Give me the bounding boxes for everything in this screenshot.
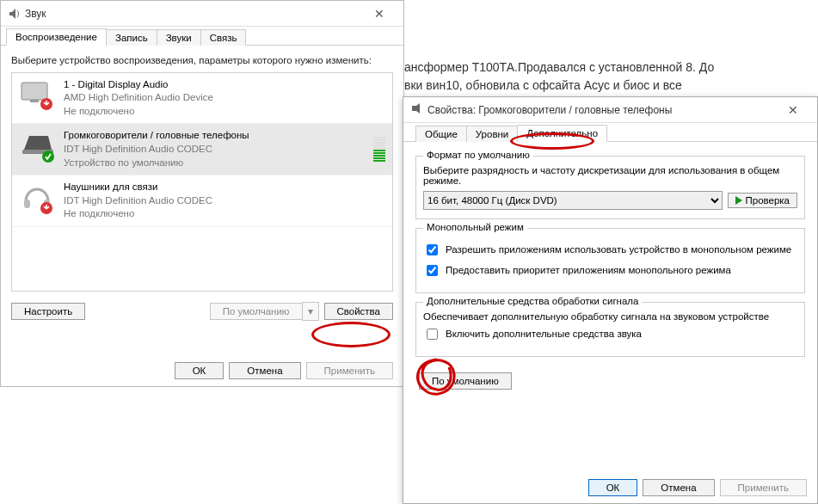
tab-recording[interactable]: Запись — [106, 29, 157, 46]
ok-button[interactable]: ОК — [175, 362, 224, 379]
enable-enhance-row[interactable]: Включить дополнительные средства звука — [423, 327, 797, 342]
tab-sounds[interactable]: Звуки — [157, 29, 201, 46]
device-sub: IDT High Definition Audio CODEC — [64, 143, 365, 157]
device-item-display-audio[interactable]: 1 - Digital Display Audio AMD High Defin… — [12, 73, 392, 125]
device-sub: IDT High Definition Audio CODEC — [64, 194, 385, 208]
background-text: ансформер Т100ТА.Продавался с установлен… — [404, 58, 809, 95]
cancel-button[interactable]: Отмена — [229, 362, 300, 379]
restore-defaults-button[interactable]: По умолчанию — [419, 372, 512, 390]
svg-rect-1 — [30, 100, 39, 102]
svg-rect-8 — [412, 106, 416, 111]
tab-comm[interactable]: Связь — [200, 29, 247, 46]
cancel-button[interactable]: Отмена — [643, 479, 714, 496]
group-legend: Формат по умолчанию — [423, 150, 533, 160]
exclusive-allow-row[interactable]: Разрешить приложениям использовать устро… — [423, 243, 797, 258]
close-icon[interactable]: ✕ — [776, 103, 810, 117]
speaker-icon — [410, 101, 424, 119]
chevron-down-icon[interactable]: ▾ — [302, 302, 319, 321]
default-format-group: Формат по умолчанию Выберите разрядность… — [415, 156, 805, 219]
device-list[interactable]: 1 - Digital Display Audio AMD High Defin… — [11, 72, 393, 292]
test-label: Проверка — [745, 195, 790, 206]
sound-title: Звук — [22, 8, 362, 20]
tab-advanced[interactable]: Дополнительно — [517, 125, 607, 142]
checkbox-label: Предоставить приоритет приложениям моноп… — [446, 263, 731, 277]
tab-levels[interactable]: Уровни — [466, 126, 518, 142]
device-title: Громкоговорители / головные телефоны — [64, 129, 365, 143]
props-title: Свойства: Громкоговорители / головные те… — [424, 104, 776, 116]
level-meter — [373, 137, 385, 162]
monitor-icon — [19, 78, 55, 114]
format-desc: Выберите разрядность и частоту дискретиз… — [423, 165, 797, 186]
group-legend: Дополнительные средства обработки сигнал… — [423, 296, 642, 306]
sound-titlebar: Звук ✕ — [1, 1, 403, 27]
headphones-icon — [19, 181, 55, 217]
properties-window: Свойства: Громкоговорители / головные те… — [403, 96, 818, 504]
tab-general[interactable]: Общие — [415, 126, 467, 142]
checkbox-label: Включить дополнительные средства звука — [446, 327, 642, 341]
tab-playback[interactable]: Воспроизведение — [6, 28, 107, 46]
device-status: Не подключено — [64, 207, 385, 221]
sound-tabs: Воспроизведение Запись Звуки Связь — [1, 27, 403, 46]
exclusive-priority-checkbox[interactable] — [427, 265, 438, 276]
exclusive-mode-group: Монопольный режим Разрешить приложениям … — [415, 228, 805, 293]
configure-button[interactable]: Настроить — [11, 303, 85, 320]
device-status: Устройство по умолчанию — [64, 157, 365, 170]
device-title: Наушники для связи — [64, 181, 385, 194]
apply-button[interactable]: Применить — [720, 479, 807, 496]
properties-button[interactable]: Свойства — [324, 303, 394, 320]
checkbox-label: Разрешить приложениям использовать устро… — [446, 243, 791, 256]
sound-window: Звук ✕ Воспроизведение Запись Звуки Связ… — [0, 0, 404, 387]
laptop-speaker-icon — [19, 129, 55, 165]
enhancements-group: Дополнительные средства обработки сигнал… — [415, 302, 805, 357]
enable-enhance-checkbox[interactable] — [427, 329, 438, 340]
device-item-speakers[interactable]: Громкоговорители / головные телефоны IDT… — [12, 124, 392, 175]
format-select[interactable]: 16 бит, 48000 Гц (Диск DVD) — [423, 191, 723, 210]
instruction-text: Выберите устройство воспроизведения, пар… — [11, 54, 393, 67]
device-status: Не подключено — [64, 105, 385, 119]
test-button[interactable]: Проверка — [728, 193, 797, 208]
svg-rect-5 — [24, 200, 30, 208]
device-title: 1 - Digital Display Audio — [64, 78, 385, 92]
exclusive-priority-row[interactable]: Предоставить приоритет приложениям моноп… — [423, 263, 797, 279]
device-sub: AMD High Definition Audio Device — [64, 91, 385, 105]
set-default-button[interactable]: По умолчанию — [210, 303, 303, 320]
speaker-icon — [8, 7, 22, 21]
close-icon[interactable]: ✕ — [362, 7, 397, 21]
exclusive-allow-checkbox[interactable] — [427, 244, 438, 255]
svg-rect-0 — [22, 83, 47, 100]
device-item-comm-headphones[interactable]: Наушники для связи IDT High Definition A… — [12, 175, 392, 227]
ok-button[interactable]: ОК — [588, 479, 638, 496]
enhance-desc: Обеспечивает дополнительную обработку си… — [423, 311, 797, 322]
play-icon — [735, 196, 742, 205]
apply-button[interactable]: Применить — [306, 362, 393, 379]
group-legend: Монопольный режим — [423, 222, 527, 232]
